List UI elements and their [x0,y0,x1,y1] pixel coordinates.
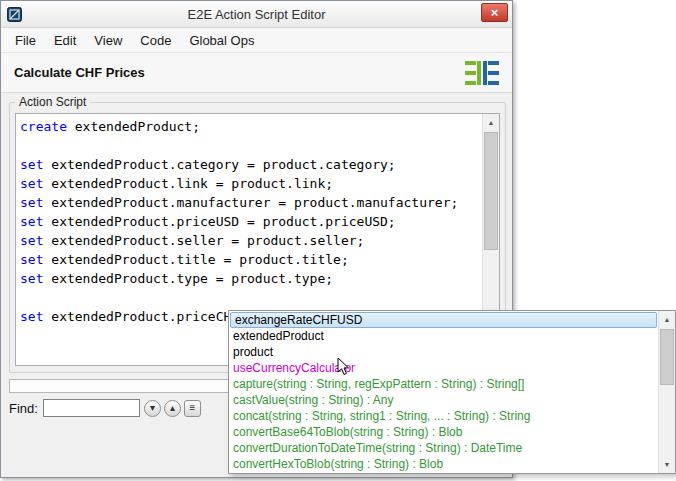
header: Calculate CHF Prices [1,53,512,93]
menu-item-edit[interactable]: Edit [45,29,85,52]
menu-bar: FileEditViewCodeGlobal Ops [1,28,512,53]
code-line: set extendedProduct.priceUSD = product.p… [20,212,482,231]
keyword: set [20,271,43,286]
popup-item[interactable]: convertBase64ToBlob(string : String) : B… [229,424,658,440]
popup-scroll-up-button[interactable]: ▲ [659,311,675,328]
find-next-button[interactable]: ▾ [144,400,161,417]
scroll-down-icon: ▼ [664,461,671,468]
chevron-up-circle-icon: ▴ [170,403,175,413]
keyword: set [20,252,43,267]
find-row: Find: ▾▴≡ [9,398,201,418]
autocomplete-popup: exchangeRateCHFUSDextendedProductproduct… [228,310,676,474]
title-bar[interactable]: E2E Action Script Editor × [1,1,512,28]
popup-scrollbar-thumb[interactable] [660,329,674,385]
code-line: create extendedProduct; [20,117,482,136]
keyword: set [20,233,43,248]
code-line: set extendedProduct.seller = product.sel… [20,231,482,250]
editor-scrollbar-thumb[interactable] [484,132,498,250]
scroll-up-icon: ▲ [488,119,495,126]
popup-item[interactable]: castValue(string : String) : Any [229,392,658,408]
list-icon: ≡ [189,403,195,413]
action-script-label: Action Script [15,95,90,109]
popup-item[interactable]: convertHexToBlob(string : String) : Blob [229,456,658,472]
find-previous-button[interactable]: ▴ [164,400,181,417]
keyword: create [20,119,67,134]
popup-item[interactable]: product [229,344,658,360]
find-label: Find: [9,401,38,416]
code-line: set extendedProduct.category = product.c… [20,155,482,174]
autocomplete-list: exchangeRateCHFUSDextendedProductproduct… [229,311,658,473]
keyword: set [20,157,43,172]
popup-scroll-down-button[interactable]: ▼ [659,456,675,473]
find-input[interactable] [43,399,140,417]
code-line [20,288,482,307]
menu-item-file[interactable]: File [6,29,45,52]
popup-item[interactable]: capture(string : String, regExpPattern :… [229,376,658,392]
menu-item-code[interactable]: Code [131,29,180,52]
page-title: Calculate CHF Prices [14,65,145,80]
e2e-logo-icon [464,60,500,86]
keyword: set [20,309,43,324]
popup-scrollbar[interactable]: ▲ ▼ [658,311,675,473]
keyword: set [20,214,43,229]
keyword: set [20,176,43,191]
code-line: set extendedProduct.title = product.titl… [20,250,482,269]
app-icon [7,7,22,22]
mouse-cursor-icon [337,357,350,380]
window-title: E2E Action Script Editor [1,7,512,22]
scroll-up-button[interactable]: ▲ [483,114,499,131]
popup-item[interactable]: extendedProduct [229,328,658,344]
scroll-up-icon: ▲ [664,316,671,323]
chevron-down-circle-icon: ▾ [150,403,155,413]
menu-item-global-ops[interactable]: Global Ops [180,29,263,52]
popup-item[interactable]: concat(string : String, string1 : String… [229,408,658,424]
code-line: set extendedProduct.link = product.link; [20,174,482,193]
code-line: set extendedProduct.manufacturer = produ… [20,193,482,212]
popup-item[interactable]: useCurrencyCalculator [229,360,658,376]
menu-item-view[interactable]: View [85,29,131,52]
keyword: set [20,195,43,210]
close-button[interactable]: × [481,3,508,22]
popup-item[interactable]: exchangeRateCHFUSD [230,312,657,328]
popup-item[interactable]: convertDurationToDateTime(string : Strin… [229,440,658,456]
find-buttons: ▾▴≡ [144,400,201,417]
find-options-button[interactable]: ≡ [184,400,201,417]
code-line: set extendedProduct.type = product.type; [20,269,482,288]
code-line [20,136,482,155]
